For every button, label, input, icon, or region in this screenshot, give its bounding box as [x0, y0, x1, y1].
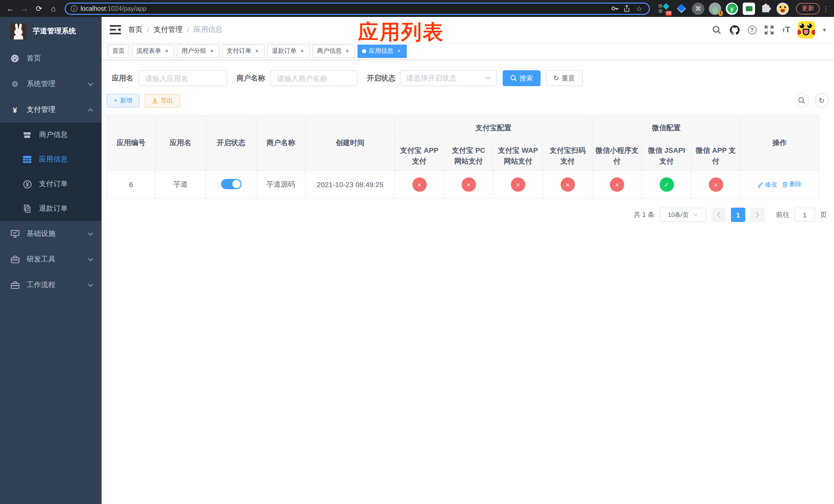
sidebar-item-refund-orders[interactable]: 退款订单: [0, 197, 102, 221]
close-icon[interactable]: ×: [254, 48, 260, 54]
share-icon[interactable]: [622, 4, 631, 13]
emoji-extension-icon[interactable]: [776, 2, 789, 15]
app-logo-row[interactable]: 芋道管理系统: [0, 17, 102, 46]
close-icon[interactable]: ×: [209, 48, 215, 54]
app-logo: [10, 23, 27, 40]
page-number-button[interactable]: 1: [731, 208, 745, 222]
tab-label: 流程表单: [136, 47, 161, 55]
caret-down-icon[interactable]: ▾: [823, 26, 826, 33]
sidebar-item-workflow[interactable]: 工作流程: [0, 272, 102, 298]
chevron-right-icon: [755, 212, 760, 218]
select-placeholder: 请选择开启状态: [406, 74, 485, 83]
page-content: 应用名 商户名称 开启状态 请选择开启状态 搜索 ↻ 重置: [102, 60, 834, 222]
gem-extension-icon[interactable]: [675, 2, 687, 15]
export-button[interactable]: 导出: [145, 94, 180, 108]
pagination: 共 1 条 10条/页 1 前往 页: [107, 208, 829, 222]
page-size-value: 10条/页: [668, 210, 688, 219]
tab-label: 用户分组: [181, 47, 206, 55]
chevron-down-icon: [693, 213, 698, 216]
browser-chrome: ← → ⟳ ⌂ i localhost:1024/pay/app ☆ 10 ⌘ …: [0, 0, 834, 17]
col-header-status: 开启状态: [206, 115, 256, 170]
sidebar-item-dev-tools[interactable]: 研发工具: [0, 247, 102, 272]
sidebar-item-infra[interactable]: 基础设施: [0, 221, 102, 247]
refresh-table-button[interactable]: ↻: [814, 93, 829, 108]
fullscreen-icon[interactable]: [764, 25, 774, 35]
sidebar-item-label: 首页: [27, 54, 93, 63]
delete-link[interactable]: 删除: [782, 180, 802, 189]
avatar[interactable]: [798, 21, 815, 39]
toggle-search-button[interactable]: [794, 93, 809, 108]
next-page-button[interactable]: [750, 208, 765, 222]
bookmark-star-icon[interactable]: ☆: [635, 4, 644, 13]
puzzle-extensions-icon[interactable]: [760, 2, 772, 15]
sidebar-toggle-icon[interactable]: [110, 25, 121, 35]
site-info-icon[interactable]: i: [71, 5, 78, 12]
font-size-icon[interactable]: TT: [782, 25, 790, 35]
browser-home-icon[interactable]: ⌂: [47, 2, 60, 15]
profile-extension-icon[interactable]: 1: [709, 2, 721, 15]
help-icon[interactable]: ?: [748, 25, 756, 34]
url-text[interactable]: localhost:1024/pay/app: [81, 5, 607, 12]
toolbox-icon: [10, 281, 20, 289]
blocks-extension-icon[interactable]: 10: [658, 2, 671, 15]
sidebar-item-merchant-info[interactable]: 商户信息: [0, 122, 102, 147]
tab-pay-orders[interactable]: 支付订单 ×: [222, 44, 265, 58]
y-extension-icon[interactable]: y: [726, 2, 738, 15]
chat-extension-icon[interactable]: [743, 2, 755, 15]
password-key-icon[interactable]: [610, 4, 619, 13]
search-icon[interactable]: [712, 25, 722, 35]
close-icon[interactable]: ×: [299, 48, 305, 54]
add-button[interactable]: + 新增: [107, 94, 139, 108]
tab-process-form[interactable]: 流程表单 ×: [132, 44, 174, 58]
search-button[interactable]: 搜索: [503, 70, 541, 86]
merchant-name-input[interactable]: [270, 70, 357, 86]
tab-refund-orders[interactable]: 退款订单 ×: [267, 44, 310, 58]
app-name-input[interactable]: [138, 70, 227, 86]
chrome-update-button[interactable]: 更新: [796, 3, 820, 14]
tab-label: 应用信息: [369, 47, 393, 55]
tab-merchant-info[interactable]: 商户信息 ×: [312, 44, 355, 58]
address-bar[interactable]: i localhost:1024/pay/app ☆: [65, 2, 650, 15]
goto-page-input[interactable]: [794, 208, 815, 222]
enabled-switch[interactable]: [221, 179, 241, 189]
tab-user-group[interactable]: 用户分组 ×: [177, 44, 220, 58]
close-icon[interactable]: ×: [163, 48, 170, 54]
sidebar-item-home[interactable]: 首页: [0, 46, 102, 71]
add-button-label: 新增: [120, 96, 132, 105]
tab-home[interactable]: 首页: [108, 44, 129, 58]
edit-link[interactable]: 修改: [758, 181, 777, 189]
navbar-actions: ? TT ▾: [712, 21, 826, 39]
sidebar-item-label: 应用信息: [39, 155, 93, 164]
sidebar-item-pay[interactable]: ¥ 支付管理: [0, 97, 102, 122]
browser-back-icon[interactable]: ←: [4, 2, 16, 15]
browser-reload-icon[interactable]: ⟳: [33, 2, 45, 15]
page-size-select[interactable]: 10条/页: [660, 208, 706, 222]
sidebar-item-app-info[interactable]: 应用信息: [0, 147, 102, 172]
group-header-wechat: 微信配置: [592, 115, 740, 141]
breadcrumb-pay[interactable]: 支付管理: [154, 25, 182, 35]
yen-icon: ¥: [10, 105, 20, 114]
close-icon[interactable]: ×: [344, 48, 350, 54]
dashboard-icon: [10, 54, 20, 63]
breadcrumb-home[interactable]: 首页: [128, 25, 142, 35]
tab-label: 退款订单: [272, 47, 297, 55]
tab-app-info[interactable]: 应用信息 ×: [357, 44, 407, 58]
edit-label: 修改: [765, 181, 777, 189]
github-icon[interactable]: [730, 25, 740, 35]
cell-created: 2021-10-23 08:49:25: [305, 170, 395, 199]
browser-menu-icon[interactable]: ⋮: [822, 4, 830, 13]
sidebar-item-label: 退款订单: [39, 204, 93, 213]
close-icon[interactable]: ×: [396, 48, 402, 54]
page-suffix-label: 页: [820, 210, 827, 220]
reset-button[interactable]: ↻ 重置: [546, 70, 583, 86]
browser-forward-icon[interactable]: →: [19, 2, 31, 15]
sidebar-item-pay-orders[interactable]: 支付订单: [0, 172, 102, 197]
col-header-merchant: 商户名称: [256, 115, 305, 170]
cell-app-name: 芋道: [155, 170, 206, 199]
prev-page-button[interactable]: [711, 208, 726, 222]
sidebar-item-system[interactable]: ⚙ 系统管理: [0, 71, 102, 97]
status-select[interactable]: 请选择开启状态: [401, 70, 497, 86]
chevron-left-icon: [717, 212, 721, 218]
command-extension-icon[interactable]: ⌘: [692, 2, 704, 15]
extensions-row: 10 ⌘ 1 y: [655, 2, 792, 15]
